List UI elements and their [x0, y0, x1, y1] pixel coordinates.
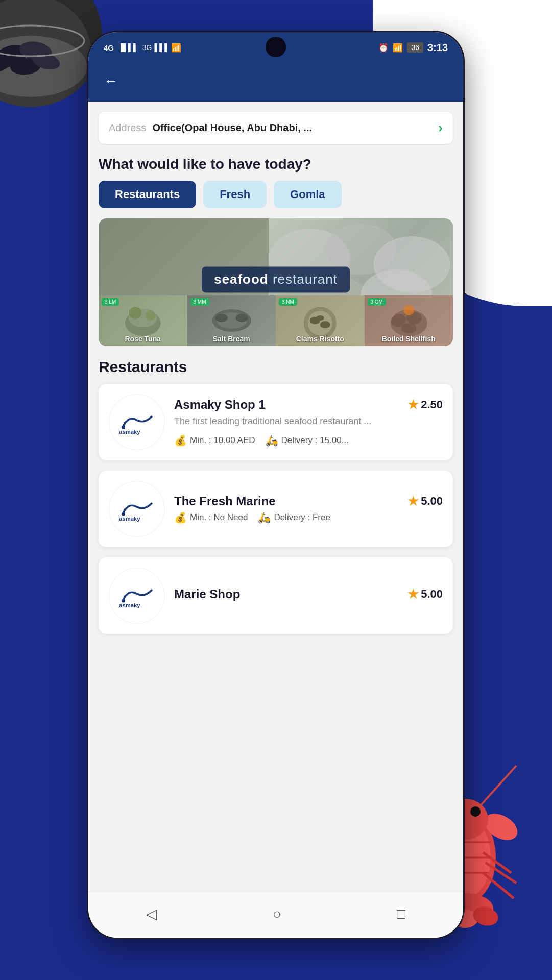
svg-point-52: [403, 305, 414, 315]
main-content: Address Office(Opal House, Abu Dhabi, ..…: [88, 102, 463, 892]
category-tabs: Restaurants Fresh Gomla: [99, 181, 453, 208]
svg-point-60: [124, 595, 126, 597]
restaurant-meta-2: 💰 Min. : No Need 🛵 Delivery : Free: [174, 511, 443, 524]
svg-point-41: [215, 314, 227, 322]
restaurant-card-2[interactable]: asmaky The Fresh Marine ★ 5.00 💰: [99, 471, 453, 547]
svg-point-46: [320, 321, 330, 328]
signal-indicator: 4G: [104, 43, 114, 52]
star-icon-2: ★: [407, 494, 419, 508]
star-icon-1: ★: [407, 398, 419, 412]
svg-point-19: [470, 806, 481, 817]
address-arrow[interactable]: ›: [438, 120, 443, 136]
delivery-info-1: 🛵 Delivery : 15.00...: [266, 434, 349, 447]
svg-text:asmaky: asmaky: [119, 602, 140, 608]
min-order-2: 💰 Min. : No Need: [174, 511, 248, 524]
restaurant-meta-1: 💰 Min. : 10.00 AED 🛵 Delivery : 15.00...: [174, 434, 443, 447]
thumb-badge-1: 3 LM: [102, 298, 119, 306]
banner-thumbnails: 3 LM Rose Tuna 3 MM: [99, 295, 453, 346]
tab-restaurants[interactable]: Restaurants: [99, 181, 196, 208]
thumb-label-1: Rose Tuna: [99, 335, 187, 343]
tab-fresh[interactable]: Fresh: [203, 181, 267, 208]
back-button[interactable]: ←: [104, 73, 118, 89]
bluetooth-icon: 📶: [393, 43, 403, 53]
tab-gomla[interactable]: Gomla: [274, 181, 341, 208]
delivery-icon-2: 🛵: [258, 511, 271, 524]
restaurant-desc-1: The first leading traditional seafood re…: [174, 415, 443, 428]
restaurant-info-3: Marie Shop ★ 5.00: [174, 587, 443, 604]
wifi-icon: 📶: [171, 43, 181, 53]
thumb-salt-bream: 3 MM Salt Bream: [187, 295, 276, 346]
address-label: Address: [109, 122, 146, 134]
thumb-boiled-shellfish: 3 OM Boiled Shellfish: [365, 295, 453, 346]
address-value: Office(Opal House, Abu Dhabi, ...: [152, 122, 438, 134]
svg-point-42: [235, 314, 248, 322]
restaurant-card-1[interactable]: asmaky Asmaky Shop 1 ★ 2.50 The first le…: [99, 384, 453, 460]
promo-banner: seafood restaurant SHOP NOW: [99, 218, 453, 346]
nav-back-button[interactable]: ◁: [131, 900, 173, 927]
restaurant-info-2: The Fresh Marine ★ 5.00 💰 Min. : No Need…: [174, 494, 443, 524]
delivery-info-2: 🛵 Delivery : Free: [258, 511, 330, 524]
thumb-badge-2: 3 MM: [190, 298, 209, 306]
signal-3g: 3G▐▐▐: [142, 43, 167, 52]
restaurant-rating-1: ★ 2.50: [407, 398, 443, 412]
restaurant-info-1: Asmaky Shop 1 ★ 2.50 The first leading t…: [174, 398, 443, 446]
restaurant-logo-1: asmaky: [109, 394, 165, 450]
svg-text:asmaky: asmaky: [119, 516, 140, 522]
wallet-icon-1: 💰: [174, 434, 187, 447]
svg-point-54: [124, 422, 126, 424]
svg-point-38: [146, 310, 156, 321]
min-order-1: 💰 Min. : 10.00 AED: [174, 434, 255, 447]
restaurant-logo-3: asmaky: [109, 568, 165, 624]
svg-point-37: [129, 307, 141, 319]
nav-recent-button[interactable]: □: [381, 901, 421, 927]
wallet-icon-2: 💰: [174, 511, 187, 524]
svg-text:asmaky: asmaky: [119, 429, 140, 435]
restaurant-card-3[interactable]: asmaky Marie Shop ★ 5.00: [99, 557, 453, 634]
restaurant-name-1: Asmaky Shop 1: [174, 398, 266, 412]
time-display: 3:13: [427, 42, 448, 54]
thumb-label-2: Salt Bream: [187, 335, 276, 343]
status-bar: 4G ▐▌▌▌ 3G▐▐▐ 📶 ⏰ 📶 36 3:13: [88, 32, 463, 63]
nav-bar: ◁ ○ □: [88, 892, 463, 938]
restaurant-rating-3: ★ 5.00: [407, 587, 443, 601]
nav-home-button[interactable]: ○: [257, 901, 297, 927]
banner-seafood-text: seafood: [214, 272, 269, 287]
address-bar[interactable]: Address Office(Opal House, Abu Dhabi, ..…: [99, 112, 453, 144]
thumb-rose-tuna: 3 LM Rose Tuna: [99, 295, 187, 346]
signal-bars: ▐▌▌▌: [118, 43, 138, 52]
thumb-badge-3: 3 NM: [279, 298, 297, 306]
question-heading: What would like to have today?: [99, 156, 453, 173]
thumb-badge-4: 3 OM: [368, 298, 386, 306]
svg-point-51: [401, 323, 416, 333]
banner-restaurant-text: restaurant: [269, 272, 338, 287]
restaurant-name-2: The Fresh Marine: [174, 494, 276, 508]
restaurants-section-title: Restaurants: [99, 358, 453, 376]
thumb-clams-risotto: 3 NM Clams Risotto: [276, 295, 365, 346]
restaurant-name-3: Marie Shop: [174, 587, 240, 601]
svg-point-47: [316, 315, 324, 321]
thumb-label-4: Boiled Shellfish: [365, 335, 453, 343]
thumb-label-3: Clams Risotto: [276, 335, 365, 343]
star-icon-3: ★: [407, 587, 419, 601]
svg-point-57: [124, 508, 126, 510]
delivery-icon-1: 🛵: [266, 434, 278, 447]
banner-title-box: seafood restaurant: [202, 266, 350, 292]
restaurant-rating-2: ★ 5.00: [407, 494, 443, 508]
battery-indicator: 36: [407, 42, 423, 53]
app-header: ←: [88, 63, 463, 102]
restaurant-logo-2: asmaky: [109, 481, 165, 537]
alarm-icon: ⏰: [378, 43, 389, 53]
phone-frame: 4G ▐▌▌▌ 3G▐▐▐ 📶 ⏰ 📶 36 3:13 ← Address: [87, 31, 465, 939]
